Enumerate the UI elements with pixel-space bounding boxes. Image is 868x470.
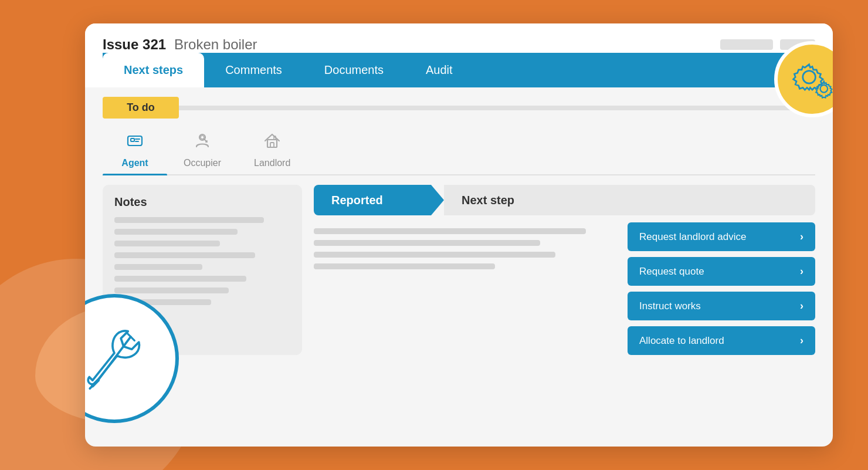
svg-rect-11 bbox=[270, 143, 274, 147]
svg-rect-3 bbox=[131, 138, 134, 141]
rep-line-2 bbox=[314, 240, 540, 246]
reported-panel: Reported Next step Request landlord advi… bbox=[314, 185, 815, 355]
issue-number: Issue 321 bbox=[103, 36, 166, 53]
request-landlord-advice-button[interactable]: Request landlord advice › bbox=[628, 222, 815, 251]
tab-documents[interactable]: Documents bbox=[303, 53, 405, 87]
main-card: Issue 321 Broken boiler Next steps Comme… bbox=[85, 23, 833, 447]
reported-label: Reported bbox=[314, 185, 431, 215]
reported-arrow bbox=[431, 185, 444, 215]
reported-header: Reported Next step bbox=[314, 185, 815, 215]
allocate-to-landlord-button[interactable]: Allocate to landlord › bbox=[628, 326, 815, 355]
instruct-works-label: Instruct works bbox=[639, 300, 701, 312]
tools-icon bbox=[85, 320, 152, 397]
note-line-7 bbox=[114, 288, 229, 293]
allocate-to-landlord-label: Allocate to landlord bbox=[639, 335, 724, 347]
svg-point-7 bbox=[201, 136, 204, 139]
chevron-right-icon-4: › bbox=[800, 334, 803, 347]
role-tab-agent[interactable]: Agent bbox=[103, 126, 167, 174]
chevron-right-icon-2: › bbox=[800, 265, 803, 278]
agent-icon bbox=[126, 131, 144, 154]
notes-title: Notes bbox=[114, 195, 290, 209]
landlord-label: Landlord bbox=[254, 158, 290, 168]
note-line-5 bbox=[114, 264, 202, 270]
header-spacer-1 bbox=[720, 39, 773, 50]
reported-text-block bbox=[314, 222, 616, 355]
issue-title: Broken boiler bbox=[174, 36, 257, 53]
rep-line-1 bbox=[314, 228, 586, 234]
request-landlord-advice-label: Request landlord advice bbox=[639, 231, 746, 243]
role-tab-landlord[interactable]: Landlord bbox=[238, 126, 307, 174]
tab-audit[interactable]: Audit bbox=[405, 53, 474, 87]
note-line-6 bbox=[114, 276, 246, 282]
note-line-4 bbox=[114, 252, 255, 258]
svg-point-1 bbox=[820, 85, 828, 93]
card-header: Issue 321 Broken boiler Next steps Comme… bbox=[85, 23, 833, 87]
gear-icon bbox=[786, 53, 833, 106]
request-quote-button[interactable]: Request quote › bbox=[628, 257, 815, 286]
note-line-2 bbox=[114, 229, 238, 235]
instruct-works-button[interactable]: Instruct works › bbox=[628, 292, 815, 320]
rep-line-4 bbox=[314, 263, 495, 269]
tab-comments[interactable]: Comments bbox=[204, 53, 303, 87]
rep-line-3 bbox=[314, 252, 555, 258]
tabs-bar: Next steps Comments Documents Audit bbox=[103, 53, 815, 87]
next-step-label: Next step bbox=[444, 185, 815, 215]
agent-label: Agent bbox=[121, 158, 148, 168]
occupier-icon bbox=[193, 131, 212, 154]
svg-point-0 bbox=[803, 71, 816, 84]
svg-rect-10 bbox=[267, 140, 277, 147]
reported-content: Request landlord advice › Request quote … bbox=[314, 222, 815, 355]
role-tab-occupier[interactable]: Occupier bbox=[167, 126, 238, 174]
tab-next-steps[interactable]: Next steps bbox=[103, 53, 204, 87]
chevron-right-icon-1: › bbox=[800, 231, 803, 243]
chevron-right-icon-3: › bbox=[800, 300, 803, 312]
request-quote-label: Request quote bbox=[639, 266, 704, 278]
content-area: To do Agent bbox=[85, 97, 833, 367]
todo-label: To do bbox=[103, 97, 179, 119]
note-line-1 bbox=[114, 217, 264, 223]
occupier-label: Occupier bbox=[184, 158, 221, 168]
todo-banner: To do bbox=[103, 97, 815, 119]
todo-line bbox=[179, 106, 815, 110]
note-line-3 bbox=[114, 241, 220, 246]
landlord-icon bbox=[263, 131, 282, 154]
main-columns: Notes Reported Next step bbox=[103, 185, 815, 355]
role-tabs: Agent Occupier bbox=[103, 126, 815, 175]
next-step-buttons: Request landlord advice › Request quote … bbox=[628, 222, 815, 355]
